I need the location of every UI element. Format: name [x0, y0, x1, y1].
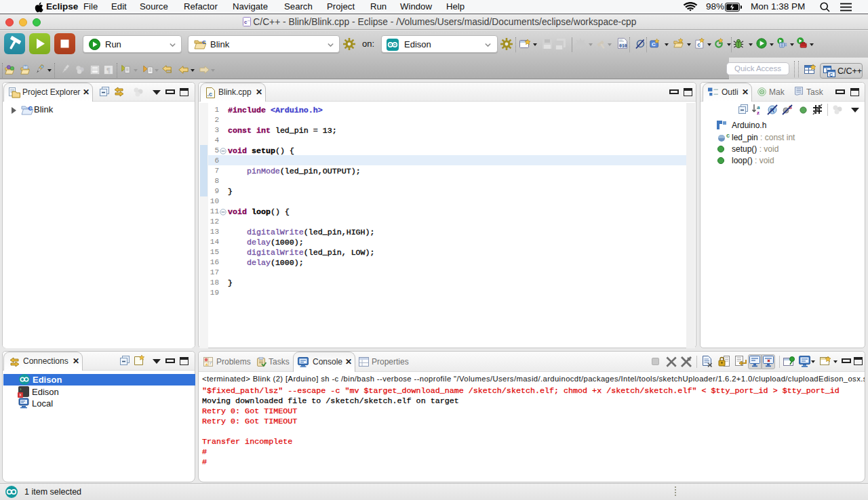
svg-text:C: C: [28, 105, 33, 112]
svg-text:C: C: [652, 41, 656, 47]
svg-text:z: z: [757, 109, 760, 115]
svg-text:¶: ¶: [106, 66, 111, 74]
svg-text:C: C: [202, 39, 206, 45]
svg-text:C: C: [829, 72, 833, 77]
svg-text:↔: ↔: [247, 18, 251, 22]
svg-text:010: 010: [619, 44, 627, 49]
svg-text:.c: .c: [208, 91, 213, 98]
svg-text:c: c: [726, 133, 730, 139]
